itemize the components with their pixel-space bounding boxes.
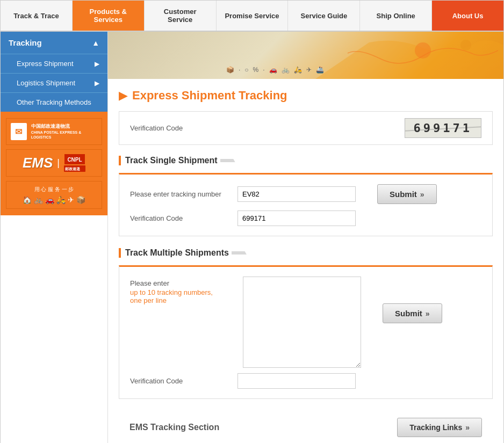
tracking-number-input[interactable] [237,186,356,202]
map-decoration [315,32,503,79]
track-multiple-section: Track Multiple Shipments Please enter up… [119,248,493,399]
ems-text: EMS [23,155,53,171]
nav-item-promise-service[interactable]: Promise Service [217,1,289,31]
multi-per-line-label: one per line [130,296,237,304]
nav-item-ship-online[interactable]: Ship Online [360,1,432,31]
sidebar-item-logistics-shipment[interactable]: Logistics Shipment ▶ [1,73,107,92]
multi-form-inner: Please enter up to 10 tracking numbers, … [130,277,481,368]
content-inner: ▶ Express Shipment Tracking Verification… [108,79,503,443]
track-single-title-row: Track Single Shipment [119,156,493,165]
track-multiple-title-bar [119,248,121,258]
slogan-box: 用 心 服 务 一 步 🏠🚲🚗🛵✈📦 [6,181,102,209]
sidebar: Tracking ▲ Express Shipment ▶ Logistics … [1,32,108,443]
track-single-section: Track Single Shipment Please enter track… [119,156,493,236]
sidebar-tracking-header[interactable]: Tracking ▲ [1,32,107,54]
captcha-field-label: Verification Code [130,214,237,222]
hero-banner: 📦·○%·🚗🚲🛵✈🚢 [108,32,503,79]
heart-slogan: 用 心 服 务 一 步 [11,186,97,193]
ems-tracking-section: EMS Tracking Section Tracking Links » [119,410,493,443]
nav-item-service-guide[interactable]: Service Guide [288,1,360,31]
nav-item-customer-service[interactable]: Customer Service [145,1,217,31]
sidebar-item-other-tracking[interactable]: Other Tracking Methods [1,92,107,112]
tracking-number-label: Please enter tracking number [130,190,237,198]
nav-item-track-trace[interactable]: Track & Trace [1,1,73,31]
cnpl-decoration: 邮政速递 [64,165,85,172]
banner-transport-icons: 📦·○%·🚗🚲🛵✈🚢 [226,66,324,74]
captcha-multi-input[interactable] [237,373,356,389]
section-title-arrow-icon: ▶ [119,89,128,103]
track-single-form: Please enter tracking number Submit » Ve… [119,173,493,236]
ems-section-label: EMS Tracking Section [129,423,219,432]
main-content: 📦·○%·🚗🚲🛵✈🚢 ▶ Express Shipment Tracking V… [108,32,503,443]
track-single-tab [220,159,235,162]
multi-submit-area: Submit » [383,277,442,323]
submit-single-button[interactable]: Submit » [377,184,437,204]
multi-limit-label: up to 10 tracking numbers, [130,288,237,296]
cnpl-badge: CNPL 邮政速递 [64,154,85,172]
captcha-image: 699171 [405,118,481,138]
submit-multiple-arrows-icon: » [426,309,430,318]
postal-icon: ✉ [11,123,27,140]
sidebar-item-express-shipment[interactable]: Express Shipment ▶ [1,54,107,73]
china-postal-logo[interactable]: ✉ 中国邮政速递物流 CHINA POSTAL EXPRESS & LOGIST… [6,118,102,145]
transport-icons: 🏠🚲🚗🛵✈📦 [11,195,97,204]
track-multiple-title-row: Track Multiple Shipments [119,248,493,258]
submit-multiple-button[interactable]: Submit » [383,303,442,323]
svg-point-3 [460,40,471,50]
multi-captcha-row: Verification Code [130,373,481,389]
form-row-tracking: Please enter tracking number Submit » [130,184,481,204]
ems-cnpl-logo[interactable]: EMS | CNPL 邮政速递 [6,149,102,177]
arrow-right-icon: ▶ [95,60,99,68]
submit-arrows-icon: » [420,190,424,199]
captcha-display: Verification Code 699171 [119,111,493,145]
multi-captcha-label: Verification Code [130,377,237,385]
captcha-label: Verification Code [130,124,183,132]
top-navigation: Track & Trace Products & Services Custom… [1,1,503,32]
track-single-title: Track Single Shipment [125,156,218,165]
track-single-title-bar [119,156,121,165]
arrow-right-icon: ▶ [95,79,99,87]
multi-tracking-textarea[interactable] [243,277,361,368]
track-multiple-form: Please enter up to 10 tracking numbers, … [119,265,493,399]
svg-text:邮政速递: 邮政速递 [65,166,81,171]
section-title: ▶ Express Shipment Tracking [119,89,493,103]
chevron-up-icon: ▲ [92,39,99,47]
nav-item-products-services[interactable]: Products & Services [73,1,145,31]
multi-please-enter: Please enter [130,279,237,287]
tracking-links-button[interactable]: Tracking Links » [397,418,482,437]
section-title-text: Express Shipment Tracking [132,89,287,103]
postal-logo-text: 中国邮政速递物流 CHINA POSTAL EXPRESS & LOGISTIC… [31,123,97,140]
tracking-links-arrows-icon: » [465,423,470,432]
sidebar-logo-area: ✉ 中国邮政速递物流 CHINA POSTAL EXPRESS & LOGIST… [1,112,107,215]
form-row-captcha: Verification Code [130,210,481,226]
captcha-single-input[interactable] [237,210,356,226]
multi-label-area: Please enter up to 10 tracking numbers, … [130,277,237,304]
separator-icon: | [57,157,60,169]
track-multiple-tab [232,251,247,255]
nav-item-about-us[interactable]: About Us [432,1,503,31]
track-multiple-title: Track Multiple Shipments [125,248,229,258]
